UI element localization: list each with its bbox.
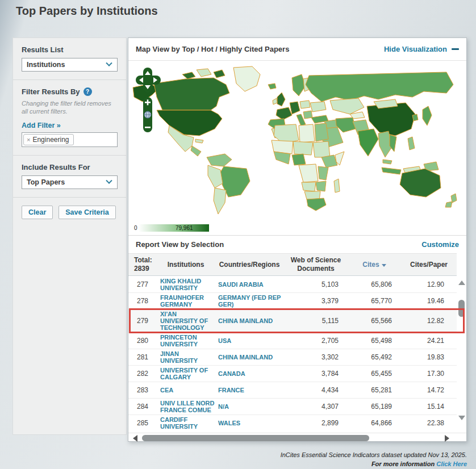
country-link[interactable]: N/A bbox=[215, 403, 284, 410]
institution-link[interactable]: FRAUNHOFER GERMANY bbox=[157, 294, 215, 308]
column-header-wos-documents[interactable]: Web of Science Documents bbox=[284, 256, 348, 273]
rank-cell: 281 bbox=[128, 353, 157, 361]
country-link[interactable]: CHINA MAINLAND bbox=[215, 354, 284, 361]
remove-tag-icon[interactable]: × bbox=[27, 136, 30, 143]
cites-per-paper-cell: 22.38 bbox=[401, 419, 457, 427]
cites-per-paper-cell: 17.30 bbox=[401, 370, 457, 378]
zoom-control-icon bbox=[143, 97, 152, 132]
filter-tags-input[interactable]: × Engineering bbox=[22, 132, 118, 147]
cites-per-paper-cell: 19.83 bbox=[401, 353, 457, 361]
country-link[interactable]: GERMANY (FED REP GER) bbox=[215, 294, 284, 308]
table-row[interactable]: 285 CARDIFF UNIVERSITY WALES 2,899 64,86… bbox=[128, 414, 457, 431]
filter-note: Changing the filter field removes all cu… bbox=[22, 99, 118, 116]
customize-link[interactable]: Customize bbox=[421, 240, 459, 249]
map-country-greenland bbox=[233, 66, 260, 91]
map-color-legend: 0 79,961 bbox=[134, 224, 209, 232]
map-country-usa bbox=[157, 110, 222, 136]
column-header-cites-sorted[interactable]: Cites bbox=[348, 261, 401, 269]
results-list-dropdown[interactable]: Institutions bbox=[22, 58, 118, 72]
table-row[interactable]: 279 XI'AN UNIVERSITY OF TECHNOLOGY CHINA… bbox=[128, 309, 457, 332]
results-list-section: Results List Institutions bbox=[13, 38, 126, 80]
table-row[interactable]: 282 UNIVERSITY OF CALGARY CANADA 3,784 6… bbox=[128, 365, 457, 382]
world-map[interactable]: 0 79,961 bbox=[128, 61, 466, 236]
institution-link[interactable]: XI'AN UNIVERSITY OF TECHNOLOGY bbox=[157, 311, 215, 331]
country-link[interactable]: CHINA MAINLAND bbox=[215, 317, 284, 324]
table-row[interactable]: 281 JINAN UNIVERSITY CHINA MAINLAND 3,30… bbox=[128, 349, 457, 365]
wos-documents-cell: 5,103 bbox=[284, 280, 348, 288]
scroll-up-icon[interactable] bbox=[458, 280, 465, 285]
clear-button[interactable]: Clear bbox=[22, 206, 53, 219]
add-filter-link[interactable]: Add Filter » bbox=[22, 122, 61, 129]
cites-cell: 65,566 bbox=[348, 317, 401, 325]
vertical-scrollbar[interactable] bbox=[457, 276, 466, 433]
country-link[interactable]: SAUDI ARABIA bbox=[215, 281, 284, 288]
report-view-title: Report View by Selection bbox=[136, 240, 224, 249]
column-header-institutions[interactable]: Institutions bbox=[157, 261, 215, 269]
country-link[interactable]: USA bbox=[215, 337, 284, 344]
country-link[interactable]: WALES bbox=[215, 420, 284, 426]
help-icon[interactable]: ? bbox=[83, 87, 92, 96]
institution-link[interactable]: PRINCETON UNIVERSITY bbox=[157, 334, 215, 347]
rank-cell: 277 bbox=[128, 280, 157, 288]
filter-tag-label: Engineering bbox=[32, 136, 69, 144]
legend-gradient-bar: 79,961 bbox=[139, 224, 209, 232]
map-navigation-controls[interactable] bbox=[135, 68, 161, 135]
rank-cell: 282 bbox=[128, 370, 157, 378]
scroll-left-icon[interactable] bbox=[133, 435, 137, 442]
sort-desc-icon bbox=[382, 264, 386, 267]
page-title: Top Papers by Institutions bbox=[16, 5, 158, 18]
cites-per-paper-cell: 24.21 bbox=[401, 337, 457, 345]
scroll-down-icon[interactable] bbox=[458, 416, 465, 420]
vertical-scroll-thumb[interactable] bbox=[458, 300, 465, 317]
table-body[interactable]: 277 KING KHALID UNIVERSITY SAUDI ARABIA … bbox=[128, 276, 466, 433]
filter-tag-engineering[interactable]: × Engineering bbox=[23, 134, 74, 145]
institution-link[interactable]: UNIV LILLE NORD FRANCE COMUE bbox=[157, 400, 215, 413]
filter-results-by-label: Filter Results By bbox=[22, 87, 80, 96]
map-country-uk bbox=[277, 93, 285, 106]
institution-link[interactable]: JINAN UNIVERSITY bbox=[157, 350, 215, 364]
include-results-label: Include Results For bbox=[22, 163, 118, 171]
horizontal-scroll-thumb[interactable] bbox=[142, 435, 369, 441]
institution-link[interactable]: CARDIFF UNIVERSITY bbox=[157, 416, 215, 430]
institution-link[interactable]: CEA bbox=[157, 387, 215, 393]
rank-cell: 283 bbox=[128, 386, 157, 394]
map-country-france bbox=[276, 107, 292, 120]
more-info-text: For more information bbox=[371, 460, 435, 467]
institution-link[interactable]: UNIVERSITY OF CALGARY bbox=[157, 367, 215, 380]
institution-link[interactable]: KING KHALID UNIVERSITY bbox=[157, 278, 215, 291]
chevron-down-icon bbox=[106, 60, 112, 66]
include-results-section: Include Results For Top Papers bbox=[13, 156, 126, 198]
scroll-right-icon[interactable] bbox=[445, 435, 449, 442]
save-criteria-button[interactable]: Save Criteria bbox=[59, 206, 115, 219]
table-row[interactable]: 284 UNIV LILLE NORD FRANCE COMUE N/A 4,3… bbox=[128, 398, 457, 414]
rank-cell: 280 bbox=[128, 337, 157, 345]
results-list-value: Institutions bbox=[27, 61, 107, 69]
column-header-countries[interactable]: Countries/Regions bbox=[215, 261, 284, 269]
cites-cell: 65,498 bbox=[348, 337, 401, 345]
visualization-panel: Map View by Top / Hot / Highly Cited Pap… bbox=[128, 37, 467, 442]
cites-cell: 65,806 bbox=[348, 280, 401, 288]
map-country-australia bbox=[400, 169, 441, 197]
horizontal-scrollbar[interactable] bbox=[128, 433, 466, 442]
sidebar-buttons: Clear Save Criteria bbox=[13, 198, 126, 227]
click-here-link[interactable]: Click Here bbox=[436, 460, 467, 467]
include-results-dropdown[interactable]: Top Papers bbox=[22, 175, 118, 189]
wos-documents-cell: 2,705 bbox=[284, 337, 348, 345]
country-link[interactable]: CANADA bbox=[215, 370, 284, 377]
map-country-south-africa bbox=[307, 198, 326, 211]
hide-visualization-link[interactable]: Hide Visualization bbox=[384, 45, 459, 53]
column-header-cites-per-paper[interactable]: Cites/Paper bbox=[401, 261, 457, 269]
table-row[interactable]: 277 KING KHALID UNIVERSITY SAUDI ARABIA … bbox=[128, 276, 457, 292]
table-row[interactable]: 278 FRAUNHOFER GERMANY GERMANY (FED REP … bbox=[128, 292, 457, 309]
table-row[interactable]: 283 CEA FRANCE 4,434 65,281 14.72 bbox=[128, 382, 457, 398]
cites-cell: 64,866 bbox=[348, 419, 401, 427]
country-link[interactable]: FRANCE bbox=[215, 387, 284, 393]
table-header-row: Total: 2839 Institutions Countries/Regio… bbox=[128, 253, 457, 276]
map-country-india bbox=[358, 129, 378, 156]
table-rows: 277 KING KHALID UNIVERSITY SAUDI ARABIA … bbox=[128, 276, 466, 431]
map-country-japan bbox=[423, 106, 432, 125]
table-row[interactable]: 280 PRINCETON UNIVERSITY USA 2,705 65,49… bbox=[128, 332, 457, 349]
cites-per-paper-cell: 14.72 bbox=[401, 386, 457, 394]
dataset-footer: InCites Essential Science Indicators dat… bbox=[281, 451, 467, 469]
cites-per-paper-cell: 12.82 bbox=[401, 317, 457, 325]
